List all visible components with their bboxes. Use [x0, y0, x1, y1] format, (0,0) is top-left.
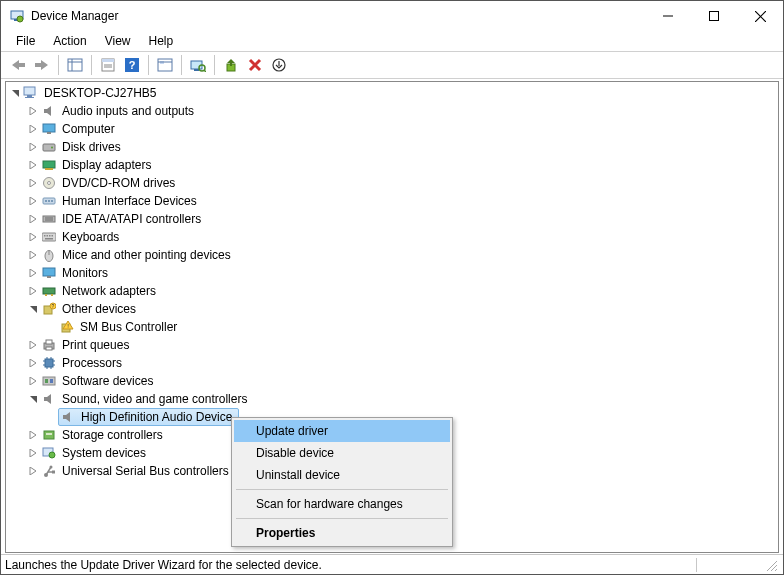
monitor-icon — [40, 265, 58, 281]
tree-node-keyboards[interactable]: Keyboards — [26, 228, 778, 246]
show-hide-tree-button[interactable] — [64, 54, 86, 76]
tree-node-label: DVD/CD-ROM drives — [60, 176, 177, 190]
printer-icon — [40, 337, 58, 353]
chevron-down-icon[interactable] — [26, 302, 40, 316]
usb-icon — [40, 463, 58, 479]
tree-node-network[interactable]: Network adapters — [26, 282, 778, 300]
help-button[interactable]: ? — [121, 54, 143, 76]
tree-node-monitors[interactable]: Monitors — [26, 264, 778, 282]
update-driver-button[interactable] — [220, 54, 242, 76]
software-icon — [40, 373, 58, 389]
chevron-down-icon[interactable] — [26, 392, 40, 406]
chevron-right-icon[interactable] — [26, 266, 40, 280]
tree-node-print[interactable]: Print queues — [26, 336, 778, 354]
tree-node-audio[interactable]: Audio inputs and outputs — [26, 102, 778, 120]
toolbar: ? — [1, 51, 783, 79]
tree-node-label: Software devices — [60, 374, 155, 388]
maximize-button[interactable] — [691, 1, 737, 31]
svg-point-82 — [50, 466, 53, 469]
statusbar: Launches the Update Driver Wizard for th… — [1, 554, 783, 574]
close-button[interactable] — [737, 1, 783, 31]
app-icon — [9, 8, 25, 24]
chevron-right-icon[interactable] — [26, 284, 40, 298]
svg-rect-53 — [43, 288, 55, 294]
tree-node-smbus[interactable]: ! SM Bus Controller — [44, 318, 778, 336]
system-icon — [40, 445, 58, 461]
tree-node-other[interactable]: ? Other devices — [26, 300, 778, 318]
svg-text:?: ? — [129, 59, 136, 71]
chevron-right-icon[interactable] — [26, 374, 40, 388]
tree-node-disk[interactable]: Disk drives — [26, 138, 778, 156]
menu-view[interactable]: View — [96, 33, 140, 49]
chevron-right-icon[interactable] — [26, 356, 40, 370]
storage-icon — [40, 427, 58, 443]
action-button[interactable] — [154, 54, 176, 76]
context-menu-update[interactable]: Update driver — [234, 420, 450, 442]
context-menu-uninstall[interactable]: Uninstall device — [234, 464, 450, 486]
tree-node-label: Audio inputs and outputs — [60, 104, 196, 118]
uninstall-button[interactable] — [244, 54, 266, 76]
svg-rect-38 — [48, 200, 50, 202]
chevron-right-icon[interactable] — [26, 338, 40, 352]
chevron-right-icon[interactable] — [26, 122, 40, 136]
context-menu-label: Disable device — [256, 446, 334, 460]
tree-root-label: DESKTOP-CJ27HB5 — [42, 86, 158, 100]
speaker-icon — [40, 391, 58, 407]
tree-node-display[interactable]: Display adapters — [26, 156, 778, 174]
menu-file[interactable]: File — [7, 33, 44, 49]
svg-rect-16 — [158, 59, 172, 71]
svg-rect-32 — [43, 161, 55, 168]
chevron-right-icon[interactable] — [26, 248, 40, 262]
tree-node-label: High Definition Audio Device — [79, 410, 238, 424]
unknown-icon: ? — [40, 301, 58, 317]
context-menu-label: Uninstall device — [256, 468, 340, 482]
tree-node-computer[interactable]: Computer — [26, 120, 778, 138]
tree-node-ide[interactable]: IDE ATA/ATAPI controllers — [26, 210, 778, 228]
back-button[interactable] — [7, 54, 29, 76]
chevron-right-icon[interactable] — [26, 428, 40, 442]
svg-rect-27 — [25, 97, 34, 98]
tree-node-hid[interactable]: Human Interface Devices — [26, 192, 778, 210]
scan-hardware-button[interactable] — [187, 54, 209, 76]
disable-button[interactable] — [268, 54, 290, 76]
gpu-icon — [40, 157, 58, 173]
tree-node-label: System devices — [60, 446, 148, 460]
chevron-right-icon[interactable] — [26, 446, 40, 460]
tree-node-dvd[interactable]: DVD/CD-ROM drives — [26, 174, 778, 192]
resize-grip[interactable] — [765, 559, 779, 571]
tree-node-processors[interactable]: Processors — [26, 354, 778, 372]
tree-node-sound[interactable]: Sound, video and game controllers — [26, 390, 778, 408]
chevron-down-icon[interactable] — [8, 86, 22, 100]
chevron-right-icon[interactable] — [26, 158, 40, 172]
svg-rect-37 — [45, 200, 47, 202]
minimize-button[interactable] — [645, 1, 691, 31]
forward-button[interactable] — [31, 54, 53, 76]
svg-line-87 — [775, 569, 777, 571]
svg-rect-54 — [45, 294, 47, 296]
chevron-right-icon[interactable] — [26, 230, 40, 244]
properties-button[interactable] — [97, 54, 119, 76]
chevron-right-icon[interactable] — [26, 140, 40, 154]
tree-root[interactable]: DESKTOP-CJ27HB5 — [8, 84, 778, 102]
chevron-right-icon[interactable] — [26, 464, 40, 478]
tree-node-mice[interactable]: Mice and other pointing devices — [26, 246, 778, 264]
spacer — [44, 410, 58, 424]
tree-node-label: SM Bus Controller — [78, 320, 179, 334]
context-menu-scan[interactable]: Scan for hardware changes — [234, 493, 450, 515]
chevron-right-icon[interactable] — [26, 104, 40, 118]
svg-rect-52 — [47, 276, 51, 278]
context-menu-properties[interactable]: Properties — [234, 522, 450, 544]
chevron-right-icon[interactable] — [26, 212, 40, 226]
chevron-right-icon[interactable] — [26, 176, 40, 190]
menu-separator — [236, 489, 448, 490]
tree-node-label: Processors — [60, 356, 124, 370]
context-menu-disable[interactable]: Disable device — [234, 442, 450, 464]
menu-help[interactable]: Help — [140, 33, 183, 49]
tree-node-label: Print queues — [60, 338, 131, 352]
svg-rect-30 — [43, 144, 55, 151]
svg-rect-28 — [43, 124, 55, 132]
chevron-right-icon[interactable] — [26, 194, 40, 208]
menu-action[interactable]: Action — [44, 33, 95, 49]
tree-node-software[interactable]: Software devices — [26, 372, 778, 390]
statusbar-text: Launches the Update Driver Wizard for th… — [5, 558, 697, 572]
